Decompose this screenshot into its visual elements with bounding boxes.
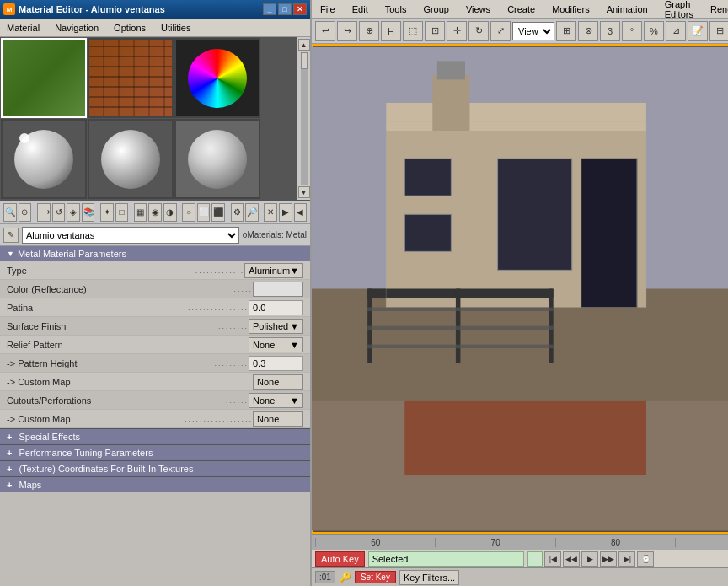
select-btn[interactable]: ⊕ — [359, 21, 379, 41]
window-controls[interactable]: _ □ ✕ — [263, 3, 307, 15]
edit-named-sel-btn[interactable]: 📝 — [688, 21, 708, 41]
material-name-select[interactable]: Alumio ventanas — [22, 227, 239, 244]
texture-coords-section[interactable]: + (Texture) Coordinates For Built-In Tex… — [0, 460, 310, 476]
redo-btn[interactable]: ↪ — [337, 21, 357, 41]
reset-maps-btn[interactable]: ↺ — [52, 203, 66, 222]
options-btn[interactable]: ⚙ — [231, 203, 244, 222]
show-bg-btn[interactable]: ▦ — [134, 203, 147, 222]
eyedropper-btn[interactable]: ✎ — [3, 228, 19, 243]
rotate-btn[interactable]: ↻ — [468, 21, 489, 41]
next-key-btn[interactable]: ▶▶ — [600, 551, 617, 567]
param-surface-dropdown[interactable]: Polished▼ — [249, 319, 303, 334]
menu-file[interactable]: File — [315, 3, 340, 16]
prev-key-btn[interactable]: ◀◀ — [563, 551, 580, 567]
menu-modifiers[interactable]: Modifiers — [547, 3, 595, 16]
maximize-button[interactable]: □ — [278, 3, 292, 15]
scroll-down-btn[interactable]: ▼ — [298, 186, 310, 198]
cylinder-preview-btn[interactable]: ⬜ — [197, 203, 211, 222]
angle-snap-btn[interactable]: ° — [622, 21, 642, 41]
menu-animation[interactable]: Animation — [602, 3, 653, 16]
menu-material[interactable]: Material — [3, 21, 43, 35]
put-to-lib-btn[interactable]: 📚 — [82, 203, 95, 222]
window-crossing-btn[interactable]: ⊡ — [425, 21, 445, 41]
select-region-btn[interactable]: ⬚ — [403, 21, 423, 41]
param-custommap2-row: -> Custom Map .................. None — [0, 410, 310, 428]
minimize-button[interactable]: _ — [263, 3, 276, 15]
menu-utilities[interactable]: Utilities — [158, 21, 194, 35]
goto-start-btn[interactable]: |◀ — [544, 551, 561, 567]
menu-options[interactable]: Options — [110, 21, 149, 35]
backlight-btn[interactable]: ◑ — [163, 203, 177, 222]
play-btn[interactable]: ▶ — [581, 551, 598, 567]
mirror-btn[interactable]: ⊟ — [709, 21, 728, 41]
material-slot-4[interactable] — [1, 119, 87, 199]
param-cutouts-dropdown[interactable]: None▼ — [249, 393, 303, 408]
spinner-snap-btn[interactable]: ⊿ — [666, 21, 686, 41]
key-filters-btn[interactable]: Key Filters... — [399, 570, 459, 585]
material-slot-3[interactable] — [174, 38, 260, 118]
view-snap-btn[interactable]: ⊞ — [556, 21, 576, 41]
selected-track: Selected — [368, 551, 525, 567]
pick-material-btn[interactable]: 🔍 — [3, 203, 17, 222]
move-btn[interactable]: ✛ — [447, 21, 467, 41]
special-effects-section[interactable]: + Special Effects — [0, 428, 310, 444]
material-slot-2[interactable] — [88, 38, 174, 118]
navigate-out-btn[interactable]: ◀ — [294, 203, 308, 222]
magnify-btn[interactable]: 🔎 — [245, 203, 259, 222]
param-color-row: Color (Reflectance) ..... — [0, 280, 310, 298]
menu-navigation[interactable]: Navigation — [51, 21, 102, 35]
param-patina-value[interactable]: 0.0 — [249, 300, 303, 315]
sphere-preview-btn[interactable]: ○ — [182, 203, 195, 222]
mat-effects-btn[interactable]: ✦ — [100, 203, 114, 222]
material-slot-5[interactable] — [88, 119, 174, 199]
scroll-up-btn[interactable]: ▲ — [298, 39, 310, 51]
auto-key-btn[interactable]: Auto Key — [315, 551, 365, 567]
menu-edit[interactable]: Edit — [347, 3, 373, 16]
view-select[interactable]: View — [512, 22, 554, 40]
goto-end-btn[interactable]: ▶| — [618, 551, 635, 567]
material-slot-1[interactable] — [1, 38, 87, 118]
menu-graph-editors[interactable]: Graph Editors — [660, 0, 699, 21]
timeline-ruler: 60 70 80 90 100 — [312, 535, 728, 550]
time-config-btn[interactable]: ⌚ — [637, 551, 654, 567]
svg-rect-20 — [432, 75, 469, 131]
material-slot-6[interactable] — [174, 119, 260, 199]
param-pheight-value[interactable]: 0.3 — [249, 356, 303, 371]
set-key-btn[interactable]: Set Key — [355, 571, 396, 583]
assign-to-sel-btn[interactable]: ⟶ — [37, 203, 51, 222]
param-color-label: Color (Reflectance) — [7, 284, 233, 294]
snap-toggle[interactable]: 3 — [600, 21, 620, 41]
svg-rect-5 — [404, 159, 451, 196]
menu-create[interactable]: Create — [502, 3, 540, 16]
select-name-btn[interactable]: H — [381, 21, 401, 41]
param-type-dropdown[interactable]: Aluminum▼ — [244, 263, 303, 278]
viewport-3d[interactable] — [312, 44, 728, 534]
slots-scrollbar[interactable]: ▲ ▼ — [297, 37, 310, 200]
show-map-btn[interactable]: □ — [115, 203, 129, 222]
param-relief-dropdown[interactable]: None▼ — [249, 337, 303, 352]
menu-group[interactable]: Group — [418, 3, 454, 16]
ref-coord-btn[interactable]: ⊗ — [578, 21, 598, 41]
select-object-btn[interactable]: ⊙ — [19, 203, 32, 222]
undo-btn[interactable]: ↩ — [315, 21, 335, 41]
show-env-btn[interactable]: ◉ — [148, 203, 162, 222]
viewport-area: ✦ ⊞ ⊿ ▶ ◉ ⚙ ● ◆ ☀ 📷 ⊕ ~ ⊗ — [312, 44, 728, 534]
ruler-90: 90 — [675, 538, 728, 547]
percent-snap-btn[interactable]: % — [644, 21, 664, 41]
ruler-70: 70 — [435, 538, 554, 547]
make-unique-btn[interactable]: ◈ — [67, 203, 80, 222]
menu-rendering[interactable]: Rendering — [705, 3, 728, 16]
delete-btn[interactable]: ✕ — [264, 203, 277, 222]
selected-dropdown-arrow[interactable]: ▼ — [527, 551, 543, 567]
menu-views[interactable]: Views — [461, 3, 495, 16]
scale-btn[interactable]: ⤢ — [490, 21, 511, 41]
param-custommap1-label: -> Custom Map — [7, 377, 185, 387]
params-section-header[interactable]: ▼ Metal Material Parameters — [0, 246, 310, 261]
close-button[interactable]: ✕ — [293, 3, 307, 15]
perf-tuning-section[interactable]: + Performance Tuning Parameters — [0, 444, 310, 460]
param-color-swatch[interactable] — [253, 282, 303, 297]
box-preview-btn[interactable]: ⬛ — [211, 203, 225, 222]
navigate-in-btn[interactable]: ▶ — [279, 203, 292, 222]
maps-section[interactable]: + Maps — [0, 476, 310, 492]
menu-tools[interactable]: Tools — [380, 3, 412, 16]
